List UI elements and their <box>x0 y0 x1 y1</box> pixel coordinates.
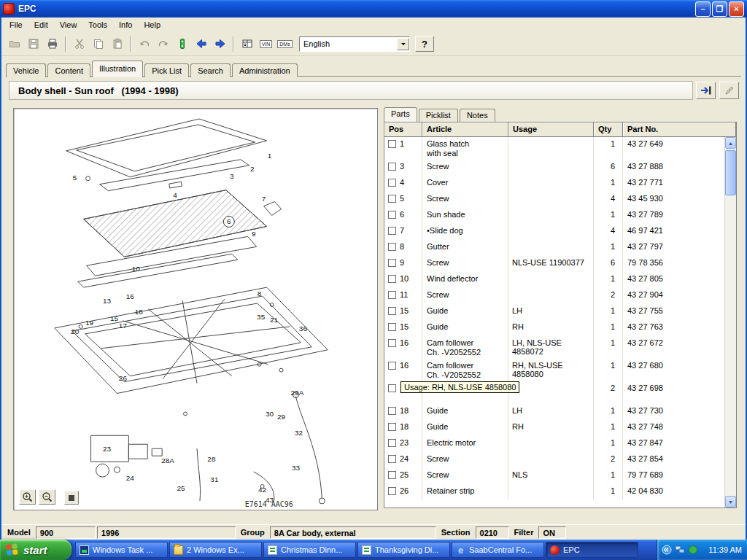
parts-tab-parts[interactable]: Parts <box>384 107 417 122</box>
language-select[interactable]: English <box>299 36 410 52</box>
row-checkbox[interactable] <box>388 407 396 415</box>
zoom-in-button[interactable] <box>19 489 36 505</box>
back-icon[interactable] <box>192 35 210 52</box>
table-row[interactable]: 11Screw243 27 904 <box>384 288 724 304</box>
table-row[interactable]: 3Screw643 27 888 <box>384 160 724 176</box>
row-checkbox[interactable] <box>388 307 396 315</box>
scrollbar-thumb[interactable] <box>725 150 736 195</box>
goto-picklist-button[interactable] <box>696 82 716 99</box>
tab-vehicle[interactable]: Vehicle <box>6 63 46 77</box>
print-icon[interactable] <box>43 35 61 52</box>
tab-pick-list[interactable]: Pick List <box>144 63 189 77</box>
tab-content[interactable]: Content <box>47 63 90 77</box>
taskbar-item-saabcentral-fo[interactable]: eSaabCentral Fo... <box>452 542 544 558</box>
taskbar-item-windows-task[interactable]: Windows Task ... <box>75 542 168 558</box>
menu-item-info[interactable]: Info <box>113 18 138 31</box>
row-checkbox[interactable] <box>388 179 396 187</box>
row-checkbox[interactable] <box>388 339 396 347</box>
start-button[interactable]: start <box>0 540 71 560</box>
table-row[interactable]: 15GuideLH143 27 755 <box>384 304 724 320</box>
scroll-down-icon[interactable]: ▼ <box>725 496 736 508</box>
pos-number: 4 <box>400 178 404 192</box>
taskbar-item-label: Thanksgiving Di... <box>375 545 438 554</box>
dms-icon[interactable]: DMs <box>276 35 294 52</box>
help-button[interactable]: ? <box>415 36 434 52</box>
menu-item-help[interactable]: Help <box>138 18 166 31</box>
zoom-fit-button[interactable] <box>64 491 79 505</box>
illustration-header: Body shell - Sun roof (1994 - 1998) <box>9 81 693 100</box>
table-row[interactable]: 1Glass hatchwith seal143 27 649 <box>384 137 724 160</box>
parts-tab-picklist[interactable]: Picklist <box>419 109 458 122</box>
table-row[interactable]: 16Cam followerCh. -V2052552LH, NLS-USE 4… <box>384 336 724 359</box>
table-row[interactable]: 24Screw243 27 854 <box>384 452 724 468</box>
table-row[interactable]: 15GuideRH143 27 763 <box>384 320 724 336</box>
menu-item-edit[interactable]: Edit <box>28 18 54 31</box>
menu-item-tools[interactable]: Tools <box>82 18 113 31</box>
tab-search[interactable]: Search <box>190 63 231 77</box>
hide-icons-icon[interactable] <box>662 545 672 555</box>
row-checkbox[interactable] <box>388 323 396 331</box>
parts-tab-notes[interactable]: Notes <box>460 109 495 122</box>
row-checkbox[interactable] <box>388 439 396 447</box>
taskbar-item-epc[interactable]: EPC <box>546 542 638 558</box>
picklist-icon[interactable] <box>238 35 256 52</box>
menu-item-view[interactable]: View <box>54 18 83 31</box>
row-checkbox[interactable] <box>388 163 396 171</box>
taskbar-item-thanksgiving-di[interactable]: Thanksgiving Di... <box>357 542 450 558</box>
usage-cell: RH <box>508 420 594 436</box>
antivirus-icon[interactable] <box>688 545 698 555</box>
menu-item-file[interactable]: File <box>4 18 28 31</box>
table-row[interactable]: 18GuideLH143 27 730 <box>384 404 724 420</box>
article-line: Screw <box>427 454 506 464</box>
column-header-part-no[interactable]: Part No. <box>623 122 736 137</box>
column-header-qty[interactable]: Qty <box>594 122 623 137</box>
row-checkbox[interactable] <box>388 487 396 495</box>
taskbar-item-2-windows-ex[interactable]: 2 Windows Ex... <box>169 542 262 558</box>
chevron-down-icon[interactable] <box>397 38 409 50</box>
tab-illustration[interactable]: Illustration <box>92 61 143 77</box>
column-header-article[interactable]: Article <box>422 122 508 137</box>
row-checkbox[interactable] <box>388 362 396 370</box>
run-icon[interactable] <box>173 35 191 52</box>
table-row[interactable]: 18GuideRH143 27 748 <box>384 420 724 436</box>
table-row[interactable]: 26Retainer strip142 04 830 <box>384 484 724 500</box>
scroll-up-icon[interactable]: ▲ <box>725 137 736 149</box>
table-row[interactable]: 23Electric motor143 27 847 <box>384 436 724 452</box>
table-row[interactable]: 5Screw443 45 930 <box>384 192 724 208</box>
maximize-button[interactable]: ❐ <box>712 1 727 17</box>
taskbar-item-christmas-dinn[interactable]: Christmas Dinn... <box>263 542 356 558</box>
table-row[interactable]: 8Gutter143 27 797 <box>384 240 724 256</box>
table-row[interactable]: 9ScrewNLS-USE 11900377679 78 356 <box>384 256 724 272</box>
forward-icon[interactable] <box>211 35 229 52</box>
table-row[interactable]: 25ScrewNLS179 77 689 <box>384 468 724 484</box>
row-checkbox[interactable] <box>388 227 396 235</box>
table-row[interactable]: 6Sun shade143 27 789 <box>384 208 724 224</box>
table-row[interactable]: 4Cover143 27 771 <box>384 176 724 192</box>
vertical-scrollbar[interactable]: ▲ ▼ <box>724 137 736 508</box>
row-checkbox[interactable] <box>388 384 396 392</box>
row-checkbox[interactable] <box>388 275 396 283</box>
row-checkbox[interactable] <box>388 243 396 251</box>
vin-icon[interactable]: VIN <box>257 35 275 52</box>
column-header-pos[interactable]: Pos <box>384 122 422 137</box>
table-row[interactable]: 10Wind deflector143 27 805 <box>384 272 724 288</box>
minimize-button[interactable]: – <box>695 1 711 17</box>
row-checkbox[interactable] <box>388 195 396 203</box>
row-checkbox[interactable] <box>388 423 396 431</box>
table-row[interactable]: 17with cable243 27 698Usage: RH, NLS-USE… <box>384 381 724 404</box>
row-checkbox[interactable] <box>388 140 396 148</box>
row-checkbox[interactable] <box>388 471 396 479</box>
table-row[interactable]: 7•Slide dog446 97 421 <box>384 224 724 240</box>
part-no-cell: 43 27 888 <box>623 160 724 176</box>
close-button[interactable]: × <box>729 1 744 17</box>
table-row[interactable]: 16Cam followerCh. -V2052552RH, NLS-USE 4… <box>384 359 724 381</box>
column-header-usage[interactable]: Usage <box>508 122 594 137</box>
zoom-out-button[interactable] <box>39 489 55 505</box>
part-label-8: 8 <box>258 289 262 298</box>
row-checkbox[interactable] <box>388 455 396 463</box>
row-checkbox[interactable] <box>388 211 396 219</box>
row-checkbox[interactable] <box>388 291 396 299</box>
network-icon[interactable] <box>675 545 685 555</box>
tab-administration[interactable]: Administration <box>232 63 298 77</box>
row-checkbox[interactable] <box>388 259 396 267</box>
